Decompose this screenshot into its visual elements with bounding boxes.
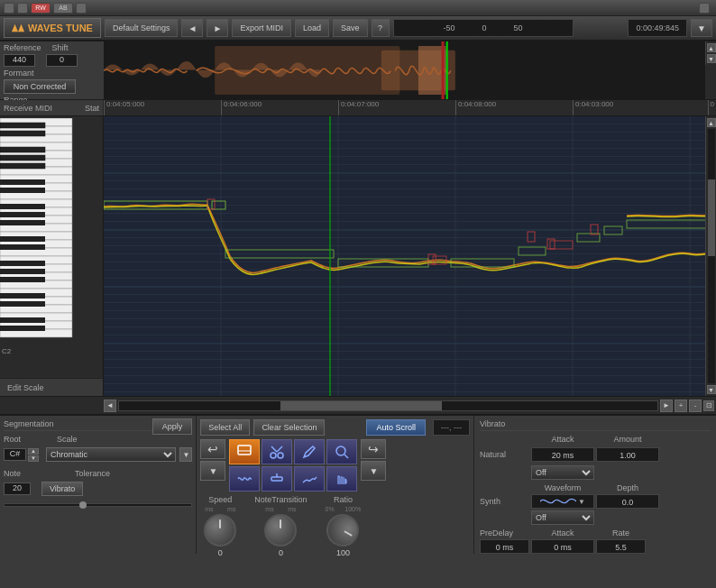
tool-pitch[interactable] [294,466,325,492]
minimize-btn[interactable] [17,3,28,14]
settings-btn[interactable]: AB [53,3,73,14]
rw-btn[interactable]: RW [31,3,50,14]
root-down[interactable]: ▼ [28,455,39,462]
time-dropdown[interactable]: ▼ [691,19,712,37]
reference-label: Reference [4,43,41,52]
tool-hand[interactable] [326,466,357,492]
natural-attack-value: 20 ms [531,447,594,462]
svg-rect-87 [238,446,251,455]
ratio-group: Ratio 0% 100% 100 [326,495,362,557]
speed-range: ms ms [205,506,235,512]
scroll-up-btn[interactable]: ▲ [707,43,716,52]
help-button[interactable]: ? [372,19,390,37]
svg-rect-55 [0,326,45,331]
bottom-controls: Segmentation Apply Root Scale C# ▲ ▼ Chr… [0,414,716,554]
zoom-in[interactable]: + [675,400,687,412]
left-controls: Reference Shift 440 0 Formant Non Correc… [0,41,104,99]
roll-scroll-up[interactable]: ▲ [707,118,716,127]
scale-select[interactable]: Chromatic [46,447,176,462]
tool-magnify[interactable] [326,439,357,464]
time-value: 0:00:49:845 [636,23,679,32]
scale-dropdown[interactable]: ▼ [179,447,192,462]
tool-pencil[interactable] [294,439,325,464]
timeline-ruler: Receive MIDI Stat 0:04:05:000 0:04:06:00… [0,100,716,116]
nav-back-button[interactable]: ◄ [181,19,203,37]
redo-col: ↪ ▼ [361,439,386,481]
natural-off-select[interactable]: Off [531,465,594,480]
zoom-out[interactable]: - [689,400,702,412]
tool-note[interactable] [262,466,292,492]
scroll-down-btn[interactable]: ▼ [707,54,716,63]
synth-depth-value: 0.0 [596,494,659,509]
roll-vscroll[interactable]: ▲ ▼ [705,116,716,396]
speed-value: 0 [218,548,223,557]
edit-scale-label: Edit Scale [7,383,44,392]
ratio-value: 100 [336,548,350,557]
svg-rect-29 [0,204,45,209]
vibrato-button[interactable]: Vibrato [41,482,83,496]
apply-button[interactable]: Apply [152,418,193,435]
root-up[interactable]: ▲ [28,448,39,455]
h-scroll-thumb[interactable] [280,401,442,410]
reference-input[interactable]: 440 [4,54,35,67]
close-btn[interactable] [4,3,14,14]
svg-rect-60 [104,116,716,396]
waveform-vscroll[interactable]: ▲ ▼ [705,41,716,65]
tool-scissors[interactable] [262,439,292,464]
roll-scroll-track[interactable] [708,129,715,383]
redo-button[interactable]: ↪ [361,439,386,459]
load-button[interactable]: Load [295,19,329,37]
root-up-down[interactable]: ▲ ▼ [28,448,39,462]
nav-forward-button[interactable]: ► [207,19,228,37]
svg-rect-43 [0,269,45,274]
note-input[interactable]: 20 [4,482,31,495]
shift-input[interactable]: 0 [46,54,78,67]
undo-button[interactable]: ↩ [200,439,225,459]
synth-label: Synth [480,497,529,506]
save-button[interactable]: Save [333,19,368,37]
window-ctrl[interactable] [699,3,710,14]
export-midi-button[interactable]: Export MIDI [232,19,291,37]
svg-rect-54 [0,317,45,323]
svg-line-95 [344,455,348,458]
default-settings-button[interactable]: Default Settings [105,19,179,37]
attack-header: Attack [531,435,594,444]
roll-grid[interactable]: ▲ ▼ [104,116,716,396]
natural-amount-value: 1.00 [596,447,659,462]
extra-btn[interactable] [76,3,87,14]
synth-off-select[interactable]: Off [531,510,594,525]
redo-down-button[interactable]: ▼ [361,461,386,481]
root-input[interactable]: C# [4,448,26,461]
non-corrected-row: Non Corrected [4,79,100,94]
h-scroll-left[interactable]: ◄ [104,400,116,412]
h-scroll-right[interactable]: ► [660,400,673,412]
auto-scroll-button[interactable]: Auto Scroll [366,419,426,436]
speed-group: Speed ms ms 0 [204,495,236,557]
predelay-value: 0 ms [480,539,529,554]
roll-scroll-down[interactable]: ▼ [707,385,716,394]
select-all-button[interactable]: Select All [200,419,250,436]
h-scroll-track[interactable] [118,400,658,411]
time-display: 0:00:49:845 [628,19,687,37]
natural-off-row: Off [480,465,711,480]
roll-scroll-thumb[interactable] [708,179,715,256]
undo-down-button[interactable]: ▼ [200,461,225,481]
svg-rect-16 [0,147,45,152]
ratio-knob[interactable] [321,508,365,552]
non-corrected-button[interactable]: Non Corrected [4,79,76,94]
waveform-display[interactable] [104,41,705,99]
ruler-left-spacer: Receive MIDI Stat [0,100,104,115]
svg-rect-18 [0,163,45,169]
tool-wave[interactable] [229,466,260,492]
knobs-row: Speed ms ms 0 NoteTransition ms ms 0 Rat… [200,495,470,557]
pitch-minus50: -50 [444,23,455,32]
fit-btn[interactable]: ⊡ [703,400,714,411]
note-transition-knob[interactable] [264,514,297,547]
speed-knob[interactable] [204,514,236,547]
tolerance-track[interactable] [4,503,192,507]
clear-selection-button[interactable]: Clear Selection [253,419,325,436]
ruler-tick-2: 0:04:06:000 [221,100,262,115]
tolerance-thumb[interactable] [79,501,87,509]
svg-rect-30 [0,212,45,217]
tool-select[interactable] [229,439,260,464]
